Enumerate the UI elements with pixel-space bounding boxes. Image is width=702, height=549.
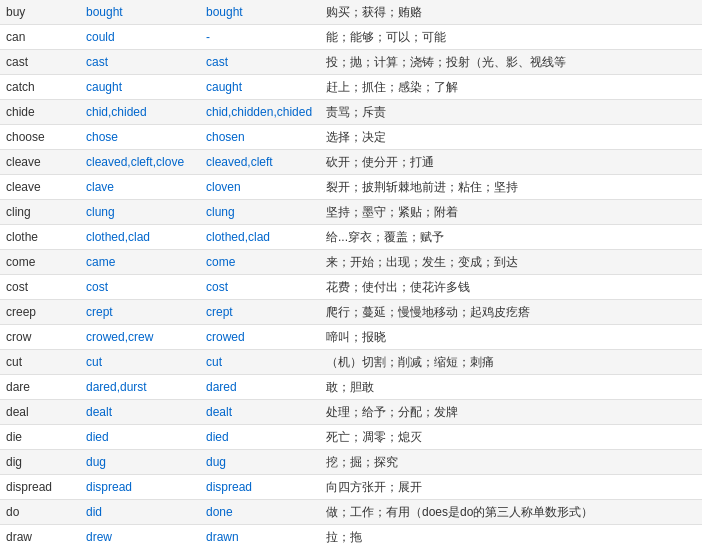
table-row: cutcutcut（机）切割；削减；缩短；刺痛	[0, 350, 702, 375]
past-tense: clothed,clad	[80, 225, 200, 250]
past-participle: dared	[200, 375, 320, 400]
past-tense: cleaved,cleft,clove	[80, 150, 200, 175]
past-participle: clung	[200, 200, 320, 225]
past-participle: dug	[200, 450, 320, 475]
past-tense: clave	[80, 175, 200, 200]
table-row: clingclungclung坚持；墨守；紧贴；附着	[0, 200, 702, 225]
table-row: clotheclothed,cladclothed,clad给...穿衣；覆盖；…	[0, 225, 702, 250]
past-tense: cut	[80, 350, 200, 375]
table-row: creepcreptcrept爬行；蔓延；慢慢地移动；起鸡皮疙瘩	[0, 300, 702, 325]
past-tense: could	[80, 25, 200, 50]
meaning: 来；开始；出现；发生；变成；到达	[320, 250, 702, 275]
past-tense: did	[80, 500, 200, 525]
table-row: catchcaughtcaught赶上；抓住；感染；了解	[0, 75, 702, 100]
table-row: buyboughtbought购买；获得；贿赂	[0, 0, 702, 25]
base-form: dare	[0, 375, 80, 400]
past-tense: dispread	[80, 475, 200, 500]
meaning: 责骂；斥责	[320, 100, 702, 125]
meaning: 裂开；披荆斩棘地前进；粘住；坚持	[320, 175, 702, 200]
base-form: dig	[0, 450, 80, 475]
base-form: buy	[0, 0, 80, 25]
past-tense: bought	[80, 0, 200, 25]
past-tense: dealt	[80, 400, 200, 425]
table-row: comecamecome来；开始；出现；发生；变成；到达	[0, 250, 702, 275]
past-tense: cast	[80, 50, 200, 75]
past-participle: bought	[200, 0, 320, 25]
table-row: cancould-能；能够；可以；可能	[0, 25, 702, 50]
table-row: choosechosechosen选择；决定	[0, 125, 702, 150]
base-form: die	[0, 425, 80, 450]
meaning: 给...穿衣；覆盖；赋予	[320, 225, 702, 250]
past-tense: cost	[80, 275, 200, 300]
table-row: drawdrewdrawn拉；拖	[0, 525, 702, 550]
past-tense: caught	[80, 75, 200, 100]
base-form: creep	[0, 300, 80, 325]
meaning: 投；抛；计算；浇铸；投射（光、影、视线等	[320, 50, 702, 75]
past-tense: dared,durst	[80, 375, 200, 400]
meaning: （机）切割；削减；缩短；刺痛	[320, 350, 702, 375]
past-participle: cast	[200, 50, 320, 75]
past-participle: cleaved,cleft	[200, 150, 320, 175]
past-tense: chose	[80, 125, 200, 150]
meaning: 能；能够；可以；可能	[320, 25, 702, 50]
meaning: 拉；拖	[320, 525, 702, 550]
base-form: chide	[0, 100, 80, 125]
base-form: deal	[0, 400, 80, 425]
past-participle: cost	[200, 275, 320, 300]
table-row: crowcrowed,crewcrowed啼叫；报晓	[0, 325, 702, 350]
past-participle: died	[200, 425, 320, 450]
base-form: choose	[0, 125, 80, 150]
meaning: 爬行；蔓延；慢慢地移动；起鸡皮疙瘩	[320, 300, 702, 325]
table-row: costcostcost花费；使付出；使花许多钱	[0, 275, 702, 300]
table-row: dispreaddispreaddispread向四方张开；展开	[0, 475, 702, 500]
meaning: 啼叫；报晓	[320, 325, 702, 350]
meaning: 敢；胆敢	[320, 375, 702, 400]
past-tense: crowed,crew	[80, 325, 200, 350]
base-form: cleave	[0, 175, 80, 200]
meaning: 做；工作；有用（does是do的第三人称单数形式）	[320, 500, 702, 525]
meaning: 向四方张开；展开	[320, 475, 702, 500]
base-form: cost	[0, 275, 80, 300]
past-tense: dug	[80, 450, 200, 475]
meaning: 砍开；使分开；打通	[320, 150, 702, 175]
base-form: crow	[0, 325, 80, 350]
meaning: 选择；决定	[320, 125, 702, 150]
meaning: 赶上；抓住；感染；了解	[320, 75, 702, 100]
base-form: come	[0, 250, 80, 275]
meaning: 死亡；凋零；熄灭	[320, 425, 702, 450]
base-form: cling	[0, 200, 80, 225]
past-participle: chid,chidden,chided	[200, 100, 320, 125]
table-row: castcastcast投；抛；计算；浇铸；投射（光、影、视线等	[0, 50, 702, 75]
table-row: dodiddone做；工作；有用（does是do的第三人称单数形式）	[0, 500, 702, 525]
past-participle: drawn	[200, 525, 320, 550]
base-form: do	[0, 500, 80, 525]
table-row: chidechid,chidedchid,chidden,chided责骂；斥责	[0, 100, 702, 125]
meaning: 购买；获得；贿赂	[320, 0, 702, 25]
past-participle: crept	[200, 300, 320, 325]
base-form: dispread	[0, 475, 80, 500]
meaning: 处理；给予；分配；发牌	[320, 400, 702, 425]
table-row: daredared,durstdared敢；胆敢	[0, 375, 702, 400]
table-row: digdugdug挖；掘；探究	[0, 450, 702, 475]
table-row: cleavecleaved,cleft,clovecleaved,cleft砍开…	[0, 150, 702, 175]
past-participle: dispread	[200, 475, 320, 500]
past-participle: crowed	[200, 325, 320, 350]
base-form: can	[0, 25, 80, 50]
base-form: cast	[0, 50, 80, 75]
past-participle: done	[200, 500, 320, 525]
meaning: 挖；掘；探究	[320, 450, 702, 475]
base-form: draw	[0, 525, 80, 550]
past-tense: chid,chided	[80, 100, 200, 125]
base-form: cleave	[0, 150, 80, 175]
past-participle: cut	[200, 350, 320, 375]
past-tense: came	[80, 250, 200, 275]
base-form: clothe	[0, 225, 80, 250]
meaning: 花费；使付出；使花许多钱	[320, 275, 702, 300]
meaning: 坚持；墨守；紧贴；附着	[320, 200, 702, 225]
past-participle: -	[200, 25, 320, 50]
table-row: cleaveclavecloven裂开；披荆斩棘地前进；粘住；坚持	[0, 175, 702, 200]
table-row: dealdealtdealt处理；给予；分配；发牌	[0, 400, 702, 425]
past-participle: caught	[200, 75, 320, 100]
past-tense: drew	[80, 525, 200, 550]
irregular-verbs-table: buyboughtbought购买；获得；贿赂cancould-能；能够；可以；…	[0, 0, 702, 549]
